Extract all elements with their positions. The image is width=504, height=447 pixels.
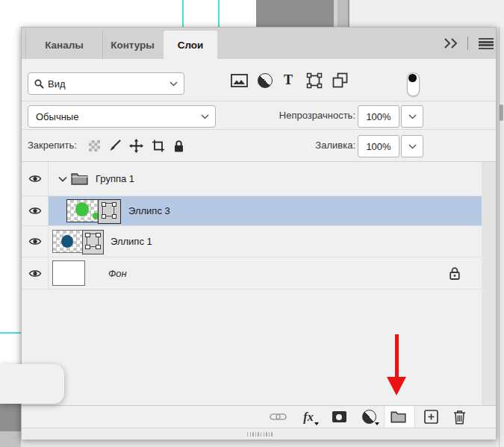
layer-name: Группа 1 [96, 173, 134, 184]
docked-panel-divider [499, 27, 500, 447]
background-panel-area [349, 0, 504, 27]
collapse-panel-icon[interactable] [444, 37, 460, 49]
canvas-edge-line [348, 0, 349, 27]
layer-thumbnail[interactable] [52, 230, 102, 253]
panel-menu-icon[interactable] [479, 38, 494, 51]
thumbnail-checkerboard [66, 199, 101, 222]
fx-dropdown-arrow [314, 422, 319, 425]
visibility-toggle[interactable] [22, 162, 49, 196]
panel-tab-bar: Каналы Контуры Слои [22, 28, 496, 59]
toggle-knob [408, 74, 417, 82]
docked-panel-edge [497, 27, 504, 447]
eye-icon [28, 174, 42, 184]
folder-icon [391, 410, 406, 423]
layer-row-group[interactable]: Группа 1 [22, 162, 482, 196]
adjustment-layer-filter-icon[interactable] [258, 59, 273, 101]
docked-panel-icon-fragment [500, 104, 503, 121]
cyan-guide-vertical [182, 0, 184, 27]
layer-thumbnail[interactable] [52, 260, 85, 286]
pixel-layer-filter-icon[interactable] [231, 59, 248, 101]
layer-thumbnail[interactable] [66, 199, 119, 222]
group-folder-icon [71, 172, 88, 185]
fill-field[interactable]: 100% [358, 135, 399, 157]
blue-ellipse [61, 235, 73, 248]
adjustment-dropdown-arrow [375, 422, 379, 425]
layer-row-background[interactable]: Фон [22, 257, 482, 290]
new-group-button[interactable] [389, 406, 407, 428]
filter-kind-select[interactable]: Вид [28, 72, 184, 95]
fill-label: Заливка: [266, 135, 355, 156]
shape-layer-filter-icon[interactable] [306, 59, 323, 101]
visibility-toggle[interactable] [22, 196, 49, 225]
lock-pixels-brush-icon[interactable] [108, 140, 121, 152]
layer-name: Эллипс 3 [128, 205, 170, 216]
trash-icon [453, 410, 466, 425]
vector-mask-badge[interactable] [82, 230, 104, 254]
delete-layer-button[interactable] [450, 406, 468, 428]
add-layer-mask-button[interactable] [330, 406, 348, 428]
opacity-dropdown-button[interactable] [401, 105, 423, 128]
panel-footer-toolbar: fx [22, 405, 496, 428]
lock-bar: Закрепить: Заливка: 1 [22, 130, 496, 162]
filter-bar: Вид T [22, 59, 496, 101]
layer-name: Фон [108, 268, 127, 279]
annotation-arrow-shaft [395, 334, 399, 378]
workspace-gray-block [0, 404, 21, 431]
smart-object-filter-icon[interactable] [332, 59, 348, 101]
plus-square-icon [424, 410, 438, 424]
panel-resize-grip[interactable] [247, 432, 273, 437]
annotation-arrow-head [387, 377, 406, 396]
tab-channels[interactable]: Каналы [25, 31, 103, 59]
lock-label: Закрепить: [28, 135, 87, 156]
type-glyph: T [284, 72, 293, 88]
new-layer-button[interactable] [422, 406, 440, 428]
tab-paths-label: Контуры [111, 40, 155, 51]
search-icon [34, 79, 44, 89]
tab-channels-label: Каналы [45, 40, 84, 51]
fill-value: 100% [366, 141, 391, 152]
lock-artboard-icon[interactable] [152, 140, 165, 152]
blend-bar: Обычные Непрозрачность: 100% [22, 101, 496, 130]
green-ellipse [75, 202, 89, 216]
panel-bottom-strip [22, 428, 496, 440]
group-expand-chevron-icon[interactable] [58, 176, 67, 182]
lock-all-icon[interactable] [173, 140, 184, 153]
canvas-strip [337, 0, 348, 27]
type-layer-filter-icon[interactable]: T [284, 59, 293, 101]
layer-row-selected[interactable]: Эллипс 3 [22, 196, 482, 226]
layers-panel: Каналы Контуры Слои Вид T [21, 27, 497, 439]
tab-paths[interactable]: Контуры [102, 31, 164, 59]
eye-icon [28, 206, 42, 216]
lock-position-move-icon[interactable] [129, 139, 143, 153]
layer-lock-icon [449, 266, 461, 281]
cyan-guide-horizontal [0, 332, 21, 334]
vector-mask-badge[interactable] [98, 199, 121, 224]
fx-icon: fx [303, 410, 313, 424]
opacity-field[interactable]: 100% [358, 105, 399, 128]
layer-filtering-toggle[interactable] [407, 72, 420, 96]
chevron-down-icon [169, 81, 178, 87]
opacity-label: Непрозрачность: [251, 105, 355, 126]
layers-list: Группа 1 Эллипс 3 [22, 162, 496, 405]
eye-icon [28, 237, 42, 246]
blend-mode-select[interactable]: Обычные [28, 105, 216, 128]
lock-transparency-icon[interactable] [89, 140, 100, 151]
blend-mode-value: Обычные [36, 111, 201, 122]
tab-layers[interactable]: Слои [164, 31, 217, 59]
filter-kind-value: Вид [48, 78, 169, 90]
tab-layers-label: Слои [178, 40, 204, 51]
fill-dropdown-button[interactable] [401, 135, 423, 157]
link-layers-button[interactable] [269, 406, 287, 428]
chevron-down-icon [201, 114, 209, 119]
visibility-toggle[interactable] [22, 257, 49, 289]
layer-mask-icon [332, 411, 346, 422]
scrollbar-gutter[interactable] [482, 162, 496, 405]
cyan-guide-vertical [218, 0, 220, 27]
canvas-gray-shape [256, 0, 334, 27]
visibility-toggle[interactable] [22, 226, 49, 257]
chain-link-icon [270, 413, 287, 421]
layer-row[interactable]: Эллипс 1 [22, 226, 482, 257]
floating-toolbar [0, 364, 64, 404]
lock-buttons [89, 130, 184, 162]
eye-icon [28, 269, 42, 278]
